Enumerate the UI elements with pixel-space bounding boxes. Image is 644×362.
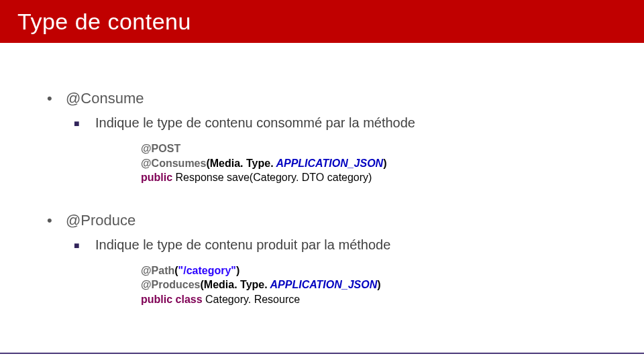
paren: )	[236, 265, 239, 276]
section-heading: @Produce	[66, 212, 136, 229]
bullet-level1: • @Consume	[47, 90, 597, 107]
code-line: @POST	[141, 141, 597, 156]
code-line: @Path("/category")	[141, 263, 597, 278]
section-consume: • @Consume ■ Indique le type de contenu …	[47, 90, 597, 185]
title-bar: Type de contenu	[0, 0, 644, 43]
bullet-level1: • @Produce	[47, 212, 597, 229]
paren: )	[377, 279, 380, 290]
section-heading: @Consume	[66, 90, 144, 107]
media-type: Media. Type.	[204, 279, 268, 290]
code-line: @Consumes(Media. Type. APPLICATION_JSON)	[141, 156, 597, 171]
keyword: public	[141, 294, 172, 305]
string-literal: "/category"	[178, 265, 236, 276]
code-block-consume: @POST @Consumes(Media. Type. APPLICATION…	[141, 141, 597, 185]
media-type: Media. Type.	[210, 158, 274, 169]
section-produce: • @Produce ■ Indique le type de contenu …	[47, 212, 597, 307]
annotation: @POST	[141, 143, 180, 154]
code-text: Category. Resource	[203, 294, 301, 305]
bullet-level2: ■ Indique le type de contenu consommé pa…	[74, 115, 597, 131]
keyword: class	[172, 294, 202, 305]
bullet-square-icon: ■	[74, 240, 95, 251]
code-block-produce: @Path("/category") @Produces(Media. Type…	[141, 263, 597, 307]
slide: Type de contenu • @Consume ■ Indique le …	[0, 0, 644, 362]
constant: APPLICATION_JSON	[274, 158, 384, 169]
bullet-dot-icon: •	[47, 212, 66, 229]
slide-content: • @Consume ■ Indique le type de contenu …	[0, 43, 644, 307]
code-text: Response save(Category. DTO category)	[172, 172, 372, 183]
annotation: @Produces	[141, 279, 201, 290]
code-line: public Response save(Category. DTO categ…	[141, 170, 597, 185]
paren: )	[383, 158, 386, 169]
section-subtext: Indique le type de contenu consommé par …	[95, 115, 415, 131]
code-line: public class Category. Resource	[141, 292, 597, 307]
keyword: public	[141, 172, 172, 183]
bullet-square-icon: ■	[74, 118, 95, 129]
constant: APPLICATION_JSON	[268, 279, 378, 290]
code-line: @Produces(Media. Type. APPLICATION_JSON)	[141, 278, 597, 292]
slide-title: Type de contenu	[17, 9, 191, 35]
bullet-level2: ■ Indique le type de contenu produit par…	[74, 237, 597, 253]
bullet-dot-icon: •	[47, 90, 66, 107]
annotation: @Path	[141, 265, 174, 276]
footer-divider	[0, 353, 644, 354]
annotation: @Consumes	[141, 158, 206, 169]
section-subtext: Indique le type de contenu produit par l…	[95, 237, 390, 253]
